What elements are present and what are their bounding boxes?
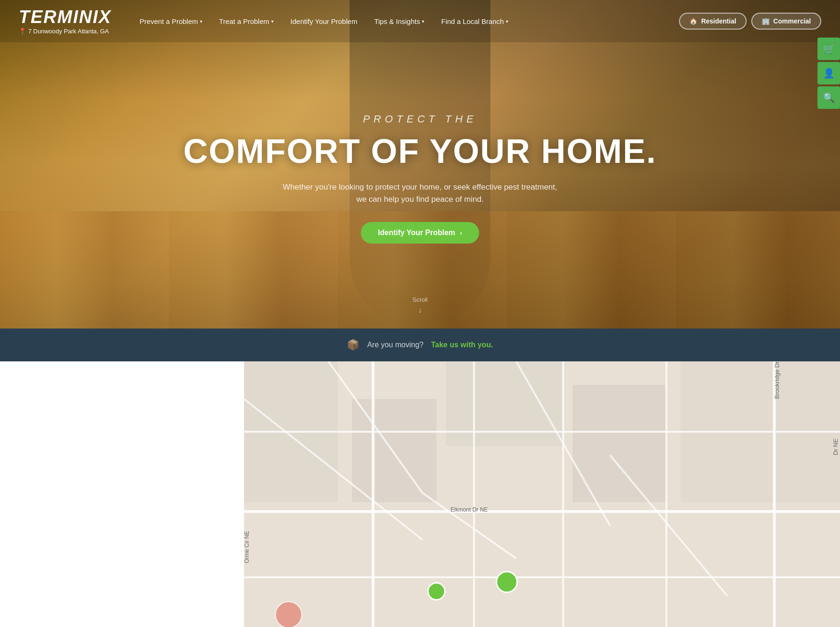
logo-text[interactable]: TERMINIX: [19, 8, 112, 26]
home-icon: 🏠: [689, 17, 697, 25]
svg-text:Orme Cir NE: Orme Cir NE: [244, 531, 250, 563]
hero-content: PROTECT THE COMFORT OF YOUR HOME. Whethe…: [183, 85, 657, 244]
main-nav: Prevent a Problem ▾ Treat a Problem ▾ Id…: [140, 17, 680, 25]
hero-title: COMFORT OF YOUR HOME.: [183, 133, 657, 170]
identify-problem-button[interactable]: Identify Your Problem ›: [361, 222, 479, 244]
chevron-down-icon: ▾: [200, 19, 202, 24]
arrow-right-icon: ›: [460, 229, 462, 237]
map-section: Dr NE Brookridge Dr NE Orme Cir NE Orme …: [0, 361, 840, 627]
box-icon: 📦: [347, 339, 359, 351]
nav-treat-problem[interactable]: Treat a Problem ▾: [219, 17, 274, 25]
header: TERMINIX 📍 7 Dunwoody Park Atlanta, GA P…: [0, 0, 840, 42]
nav-identify-problem[interactable]: Identify Your Problem: [290, 17, 358, 25]
hero-description: Whether you're looking to protect your h…: [183, 181, 657, 205]
moving-banner-link[interactable]: Take us with you.: [431, 341, 493, 349]
chevron-down-icon: ▾: [422, 19, 424, 24]
logo-location[interactable]: 📍 7 Dunwoody Park Atlanta, GA: [19, 28, 112, 35]
svg-point-25: [428, 583, 445, 600]
nav-actions: 🏠 Residential 🏢 Commercial: [679, 13, 821, 30]
cart-icon: 🛒: [823, 43, 835, 54]
user-button[interactable]: 👤: [817, 62, 840, 84]
hero-section: PROTECT THE COMFORT OF YOUR HOME. Whethe…: [0, 0, 840, 329]
svg-text:Elkmont Dr NE: Elkmont Dr NE: [451, 506, 488, 513]
chevron-down-icon: ▾: [271, 19, 274, 24]
location-pin-icon: 📍: [19, 28, 26, 35]
svg-rect-3: [446, 361, 563, 446]
svg-point-26: [496, 572, 517, 592]
svg-rect-2: [352, 399, 436, 502]
cart-button[interactable]: 🛒: [817, 38, 840, 60]
location-text: 7 Dunwoody Park Atlanta, GA: [28, 28, 109, 35]
hero-subtitle: PROTECT THE: [183, 113, 657, 125]
moving-banner: 📦 Are you moving? Take us with you.: [0, 329, 840, 361]
map-overlay-panel: [0, 361, 244, 627]
moving-banner-text: Are you moving?: [367, 341, 423, 349]
svg-point-27: [275, 602, 302, 627]
search-button[interactable]: 🔍: [817, 86, 840, 109]
logo-area: TERMINIX 📍 7 Dunwoody Park Atlanta, GA: [19, 8, 112, 35]
residential-button[interactable]: 🏠 Residential: [679, 13, 747, 30]
building-icon: 🏢: [762, 17, 770, 25]
svg-text:Brookridge Dr NE: Brookridge Dr NE: [773, 361, 780, 399]
nav-prevent-problem[interactable]: Prevent a Problem ▾: [140, 17, 202, 25]
map-background: Dr NE Brookridge Dr NE Orme Cir NE Orme …: [0, 361, 840, 627]
nav-tips-insights[interactable]: Tips & Insights ▾: [374, 17, 424, 25]
commercial-button[interactable]: 🏢 Commercial: [751, 13, 821, 30]
right-icon-panel: 🛒 👤 🔍: [817, 38, 840, 110]
user-icon: 👤: [823, 68, 835, 79]
nav-find-branch[interactable]: Find a Local Branch ▾: [441, 17, 508, 25]
chevron-down-icon: ▾: [506, 19, 508, 24]
svg-text:Dr NE: Dr NE: [832, 438, 839, 455]
search-icon: 🔍: [823, 92, 835, 103]
